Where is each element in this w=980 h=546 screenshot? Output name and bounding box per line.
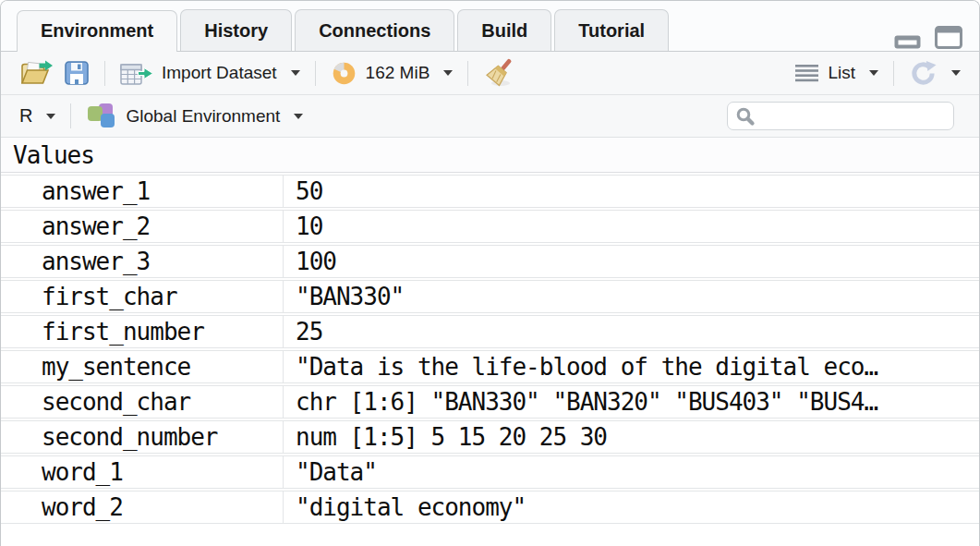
variable-name: second_char [1,386,284,418]
variable-row[interactable]: first_number 25 [1,315,979,348]
variable-name: my_sentence [1,351,284,382]
tab-build[interactable]: Build [457,9,551,51]
variable-value: "digital economy" [284,491,979,523]
environment-stack-icon [86,103,117,129]
open-workspace-button[interactable] [14,55,58,91]
language-selector-button[interactable]: R [14,102,61,130]
refresh-button[interactable] [903,55,966,91]
variable-value: 100 [284,246,979,277]
language-label: R [19,105,32,127]
import-dataset-button[interactable]: Import Dataset [115,56,306,90]
environment-selector-bar: R Global Environment [1,95,979,138]
chevron-down-icon [46,114,55,119]
memory-usage-button[interactable]: 162 MiB [325,56,459,91]
memory-usage-donut-icon [331,60,357,87]
toolbar-separator [104,61,105,86]
chevron-down-icon [291,70,300,76]
variable-name: first_number [1,316,284,347]
search-input[interactable] [727,102,954,130]
environment-scope-label: Global Environment [126,106,280,127]
list-view-button[interactable]: List [789,59,884,87]
variable-row[interactable]: answer_1 50 [1,175,979,208]
toolbar-separator [70,103,71,128]
tab-environment[interactable]: Environment [17,10,177,52]
tab-history-label: History [204,20,268,42]
tab-tutorial-label: Tutorial [578,20,645,42]
toolbar-separator [467,61,468,86]
tab-bar: Environment History Connections Build Tu… [1,1,979,52]
minimize-icon[interactable] [894,35,921,49]
variable-name: second_number [1,421,284,453]
tab-tutorial[interactable]: Tutorial [554,9,669,51]
tab-build-label: Build [481,20,527,42]
save-workspace-button[interactable] [58,56,95,90]
tab-history[interactable]: History [180,9,292,51]
environment-toolbar: Import Dataset 162 MiB [1,52,979,95]
search-icon [735,106,756,130]
chevron-down-icon [443,70,453,76]
chevron-down-icon [294,114,303,119]
toolbar-separator [315,61,316,86]
tab-connections-label: Connections [319,20,430,42]
variable-row[interactable]: first_char "BAN330" [1,280,979,313]
chevron-down-icon [951,70,961,76]
save-floppy-icon [64,60,90,86]
values-section-title: Values [13,141,94,169]
variable-row[interactable]: word_1 "Data" [1,455,979,489]
window-controls [894,26,962,49]
toolbar-separator [893,61,894,86]
broom-icon [483,58,514,88]
memory-usage-label: 162 MiB [366,63,430,83]
variable-row[interactable]: second_number num [1:5] 5 15 20 25 30 [1,420,979,454]
environment-pane: Environment History Connections Build Tu… [0,0,980,546]
variable-value: "BAN330" [284,281,979,312]
chevron-down-icon [869,70,878,76]
variable-value: 25 [284,316,979,347]
variable-value: 50 [284,176,979,207]
clear-objects-button[interactable] [478,55,520,91]
variable-row[interactable]: answer_3 100 [1,245,979,278]
tab-connections[interactable]: Connections [295,9,454,51]
variable-row[interactable]: second_char chr [1:6] "BAN330" "BAN320" … [1,385,979,419]
refresh-icon [909,59,938,88]
tab-environment-label: Environment [41,20,153,42]
variable-row[interactable]: word_2 "digital economy" [1,491,979,524]
maximize-icon[interactable] [935,26,962,49]
values-section-header: Values [1,138,979,173]
variable-value: 10 [284,211,979,242]
list-view-label: List [828,63,855,83]
variable-name: answer_2 [1,211,284,242]
variable-row[interactable]: answer_2 10 [1,210,979,243]
list-lines-icon [794,64,819,82]
variable-name: answer_1 [1,176,284,207]
variable-name: word_2 [1,491,284,523]
search-box [727,102,954,130]
variable-name: first_char [1,281,284,312]
variable-value: num [1:5] 5 15 20 25 30 [284,421,979,453]
variable-value: "Data is the life-blood of the digital e… [284,351,979,382]
folder-open-icon [19,59,53,87]
variable-name: word_1 [1,456,284,488]
import-dataset-label: Import Dataset [162,63,277,83]
variable-row[interactable]: my_sentence "Data is the life-blood of t… [1,350,979,383]
environment-scope-button[interactable]: Global Environment [80,100,309,133]
variable-name: answer_3 [1,246,284,277]
variables-list: answer_1 50 answer_2 10 answer_3 100 fir… [1,173,979,524]
import-dataset-icon [120,60,153,86]
variable-value: chr [1:6] "BAN330" "BAN320" "BUS403" "BU… [284,386,979,418]
variable-value: "Data" [284,456,979,488]
